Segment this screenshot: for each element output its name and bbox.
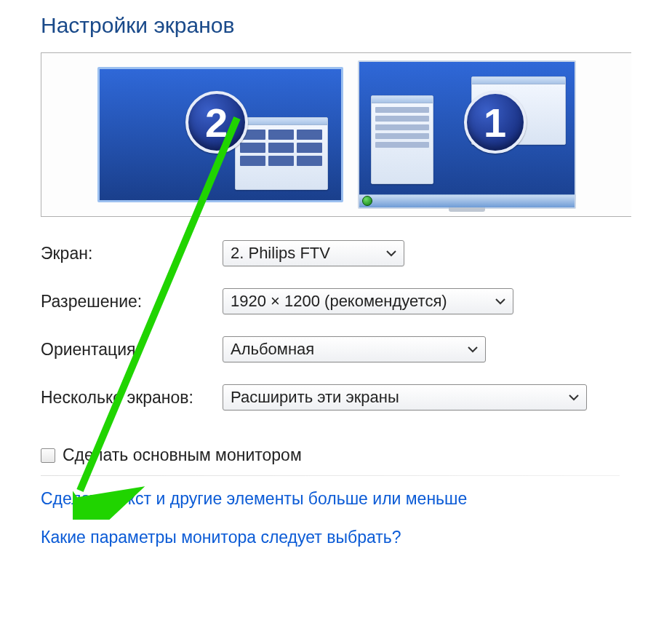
multiple-displays-dropdown-value: Расширить эти экраны	[231, 388, 399, 407]
chevron-down-icon	[468, 346, 478, 353]
resolution-dropdown-value: 1920 × 1200 (рекомендуется)	[231, 292, 447, 311]
orientation-dropdown[interactable]: Альбомная	[223, 336, 486, 362]
make-main-monitor-label: Сделать основным монитором	[63, 445, 302, 465]
decorative-window-icon	[371, 95, 433, 184]
screen-dropdown-value: 2. Philips FTV	[231, 244, 330, 263]
monitor-help-link[interactable]: Какие параметры монитора следует выбрать…	[41, 528, 631, 547]
chevron-down-icon	[386, 250, 396, 257]
monitor-number-badge-1: 1	[464, 91, 527, 154]
chevron-down-icon	[569, 394, 579, 401]
decorative-monitor-stand-icon	[449, 207, 485, 212]
monitor-number-badge-2: 2	[185, 91, 248, 154]
multiple-displays-dropdown[interactable]: Расширить эти экраны	[223, 384, 587, 410]
monitor-display-1[interactable]: 1	[358, 60, 576, 209]
resolution-label: Разрешение:	[41, 292, 223, 312]
chevron-down-icon	[495, 298, 505, 305]
resolution-dropdown[interactable]: 1920 × 1200 (рекомендуется)	[223, 288, 513, 314]
monitor-display-2[interactable]: 2	[97, 67, 343, 202]
text-size-link[interactable]: Сделать текст и другие элементы больше и…	[41, 489, 631, 509]
page-title: Настройки экранов	[41, 13, 631, 38]
make-main-monitor-checkbox[interactable]	[41, 448, 55, 463]
orientation-dropdown-value: Альбомная	[231, 340, 314, 359]
screen-dropdown[interactable]: 2. Philips FTV	[223, 240, 404, 266]
section-divider	[41, 475, 620, 476]
monitor-arrangement-area[interactable]: 2 1	[41, 52, 631, 217]
display-settings-form: Экран: 2. Philips FTV Разрешение: 1920 ×…	[41, 240, 631, 410]
decorative-window-icon	[235, 117, 328, 190]
decorative-start-orb-icon	[362, 196, 372, 206]
decorative-taskbar-icon	[359, 194, 575, 207]
multiple-displays-label: Несколько экранов:	[41, 388, 223, 408]
orientation-label: Ориентация:	[41, 340, 223, 360]
screen-label: Экран:	[41, 244, 223, 263]
